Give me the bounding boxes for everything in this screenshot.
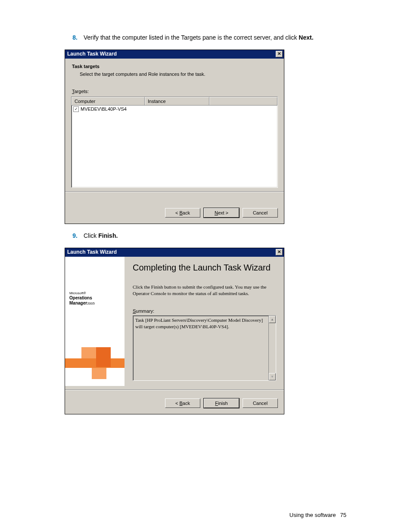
targets-row-computer: MVEDEV\BL40P-VS4 <box>81 106 127 112</box>
close-icon[interactable]: ✕ <box>276 249 283 255</box>
summary-box[interactable]: Task [HP ProLiant Servers\Discovery\Comp… <box>133 315 276 381</box>
step-8-bold: Next. <box>299 34 313 41</box>
footer-page: 75 <box>340 512 346 518</box>
wizard-sidebar: Microsoft® Operations Manager2005 <box>65 257 125 386</box>
step-9: 9. Click Finish. <box>65 232 346 240</box>
targets-header: Computer Instance <box>72 97 277 106</box>
page-footer: Using the software75 <box>290 512 346 518</box>
step-9-number: 9. <box>65 232 84 240</box>
dialog1-buttons: < Back Next > Cancel <box>65 192 284 224</box>
checkbox-icon[interactable]: ✓ <box>73 106 79 112</box>
dialog2-titlebar[interactable]: Launch Task Wizard ✕ <box>65 248 284 257</box>
scroll-up-icon[interactable]: ▲ <box>269 316 276 323</box>
dialog1-heading: Task targets <box>72 64 278 69</box>
step-9-text-before: Click <box>84 232 98 239</box>
wizard-brand: Microsoft® Operations Manager2005 <box>69 290 95 306</box>
step-9-text: Click Finish. <box>84 232 346 240</box>
wizard-heading: Completing the Launch Task Wizard <box>133 263 276 273</box>
scroll-down-icon[interactable]: ▼ <box>269 373 276 380</box>
col-computer[interactable]: Computer <box>72 97 145 105</box>
footer-text: Using the software <box>290 512 336 518</box>
step-8: 8. Verify that the computer listed in th… <box>65 34 346 42</box>
col-instance[interactable]: Instance <box>145 97 209 105</box>
scrollbar[interactable]: ▲ ▼ <box>268 316 276 380</box>
wizard-paragraph: Click the Finish button to submit the co… <box>133 284 276 297</box>
step-8-number: 8. <box>65 34 84 42</box>
summary-label: Summary: <box>133 308 276 314</box>
dialog1-title: Launch Task Wizard <box>67 51 117 57</box>
step-8-text: Verify that the computer listed in the T… <box>84 34 346 42</box>
back-button[interactable]: < Back <box>165 208 200 218</box>
cancel-button[interactable]: Cancel <box>243 208 278 218</box>
step-9-bold: Finish. <box>98 232 118 239</box>
back-button[interactable]: < Back <box>165 398 200 408</box>
summary-text: Task [HP ProLiant Servers\Discovery\Comp… <box>133 316 276 380</box>
close-icon[interactable]: ✕ <box>276 51 283 57</box>
next-button[interactable]: Next > <box>204 208 239 218</box>
finish-button[interactable]: Finish <box>204 398 239 408</box>
cancel-button[interactable]: Cancel <box>243 398 278 408</box>
step-8-text-before: Verify that the computer listed in the T… <box>84 34 299 41</box>
targets-row[interactable]: ✓ MVEDEV\BL40P-VS4 <box>72 106 277 113</box>
wizard-sidebar-art <box>65 339 125 386</box>
dialog1-subtitle: Select the target computers and Role ins… <box>80 72 278 77</box>
targets-label: Targets: <box>72 89 278 94</box>
col-rest <box>209 97 277 105</box>
launch-task-wizard-dialog-complete: Launch Task Wizard ✕ Microsoft® Operatio… <box>65 248 284 415</box>
dialog1-titlebar[interactable]: Launch Task Wizard ✕ <box>65 50 284 59</box>
dialog2-title: Launch Task Wizard <box>67 249 117 255</box>
targets-list[interactable]: Computer Instance ✓ MVEDEV\BL40P-VS4 <box>71 96 278 188</box>
launch-task-wizard-dialog-targets: Launch Task Wizard ✕ Task targets Select… <box>65 50 284 224</box>
dialog2-buttons: < Back Finish Cancel <box>65 390 284 414</box>
